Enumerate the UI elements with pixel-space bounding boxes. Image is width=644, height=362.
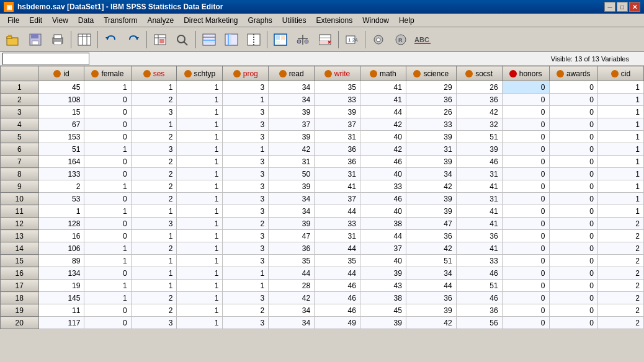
row-number-cell[interactable]: 7 bbox=[1, 156, 39, 168]
cell-female[interactable]: 1 bbox=[84, 242, 131, 255]
cell-read[interactable]: 47 bbox=[269, 230, 315, 242]
window-controls[interactable]: ─ □ ✕ bbox=[604, 2, 640, 12]
cell-write[interactable]: 37 bbox=[315, 118, 360, 131]
cell-math[interactable]: 38 bbox=[360, 218, 406, 230]
cell-female[interactable]: 0 bbox=[84, 267, 131, 280]
table-row[interactable]: 105302133437463931001 bbox=[1, 193, 644, 205]
cell-ses[interactable]: 2 bbox=[131, 94, 177, 106]
cell-math[interactable]: 39 bbox=[360, 267, 406, 280]
cell-female[interactable]: 0 bbox=[84, 106, 131, 118]
cell-schtyp[interactable]: 1 bbox=[177, 193, 223, 205]
cell-awards[interactable]: 0 bbox=[549, 180, 597, 193]
cell-awards[interactable]: 0 bbox=[549, 205, 597, 218]
cell-science[interactable]: 34 bbox=[406, 267, 456, 280]
cell-schtyp[interactable]: 1 bbox=[177, 280, 223, 292]
cell-prog[interactable]: 3 bbox=[223, 242, 269, 255]
select-cases-button[interactable] bbox=[315, 29, 336, 50]
script-button[interactable]: R bbox=[390, 29, 411, 50]
column-header-write[interactable]: write bbox=[315, 66, 360, 81]
cell-awards[interactable]: 0 bbox=[549, 81, 597, 94]
cell-cid[interactable]: 2 bbox=[597, 267, 643, 280]
menu-item-edit[interactable]: Edit bbox=[24, 15, 47, 26]
cell-honors[interactable]: 0 bbox=[502, 304, 549, 317]
cell-science[interactable]: 44 bbox=[406, 280, 456, 292]
cell-prog[interactable]: 3 bbox=[223, 180, 269, 193]
cell-honors[interactable]: 0 bbox=[502, 156, 549, 168]
column-header-schtyp[interactable]: schtyp bbox=[177, 66, 223, 81]
cell-cid[interactable]: 1 bbox=[597, 81, 643, 94]
save-button[interactable] bbox=[25, 29, 46, 50]
cell-ses[interactable]: 2 bbox=[131, 168, 177, 180]
cell-read[interactable]: 42 bbox=[269, 143, 315, 156]
cell-cid[interactable]: 1 bbox=[597, 143, 643, 156]
cell-math[interactable]: 41 bbox=[360, 81, 406, 94]
cell-read[interactable]: 39 bbox=[269, 218, 315, 230]
cell-id[interactable]: 67 bbox=[38, 118, 84, 131]
cell-id[interactable]: 108 bbox=[38, 94, 84, 106]
value-labels-button[interactable]: 1 2 A bbox=[341, 29, 362, 50]
cell-honors[interactable]: 0 bbox=[502, 218, 549, 230]
cell-socst[interactable]: 46 bbox=[456, 156, 502, 168]
cell-cid[interactable]: 2 bbox=[597, 218, 643, 230]
cell-write[interactable]: 36 bbox=[315, 156, 360, 168]
cell-socst[interactable]: 42 bbox=[456, 106, 502, 118]
cell-id[interactable]: 16 bbox=[38, 230, 84, 242]
cell-reference[interactable] bbox=[2, 53, 89, 65]
row-number-cell[interactable]: 11 bbox=[1, 205, 39, 218]
maximize-button[interactable]: □ bbox=[617, 2, 628, 12]
cell-schtyp[interactable]: 1 bbox=[177, 118, 223, 131]
cell-schtyp[interactable]: 1 bbox=[177, 267, 223, 280]
cell-honors[interactable]: 0 bbox=[502, 267, 549, 280]
cell-socst[interactable]: 46 bbox=[456, 267, 502, 280]
cell-cid[interactable]: 1 bbox=[597, 106, 643, 118]
cell-socst[interactable]: 26 bbox=[456, 81, 502, 94]
cell-write[interactable]: 31 bbox=[315, 168, 360, 180]
spelling-button[interactable]: ABC bbox=[413, 29, 434, 50]
cell-honors[interactable]: 0 bbox=[502, 193, 549, 205]
cell-honors[interactable]: 0 bbox=[502, 106, 549, 118]
cell-ses[interactable]: 2 bbox=[131, 304, 177, 317]
cell-read[interactable]: 42 bbox=[269, 292, 315, 304]
cell-honors[interactable]: 0 bbox=[502, 230, 549, 242]
customize-button[interactable] bbox=[368, 29, 389, 50]
cell-id[interactable]: 53 bbox=[38, 193, 84, 205]
column-header-read[interactable]: read bbox=[269, 66, 315, 81]
print-button[interactable] bbox=[47, 29, 68, 50]
cell-prog[interactable]: 3 bbox=[223, 317, 269, 329]
table-row[interactable]: 171911112846434451002 bbox=[1, 280, 644, 292]
column-header-ses[interactable]: ses bbox=[131, 66, 177, 81]
cell-id[interactable]: 106 bbox=[38, 242, 84, 255]
cell-write[interactable]: 49 bbox=[315, 317, 360, 329]
cell-write[interactable]: 44 bbox=[315, 242, 360, 255]
cell-socst[interactable]: 33 bbox=[456, 255, 502, 267]
cell-write[interactable]: 44 bbox=[315, 205, 360, 218]
column-header-socst[interactable]: socst bbox=[456, 66, 502, 81]
cell-female[interactable]: 0 bbox=[84, 304, 131, 317]
cell-ses[interactable]: 3 bbox=[131, 143, 177, 156]
weight-cases-button[interactable] bbox=[292, 29, 313, 50]
cell-prog[interactable]: 3 bbox=[223, 193, 269, 205]
column-header-math[interactable]: math bbox=[360, 66, 406, 81]
cell-id[interactable]: 145 bbox=[38, 292, 84, 304]
cell-write[interactable]: 35 bbox=[315, 81, 360, 94]
column-header-cid[interactable]: cid bbox=[597, 66, 643, 81]
cell-honors[interactable]: 0 bbox=[502, 143, 549, 156]
cell-honors[interactable]: 0 bbox=[502, 205, 549, 218]
cell-ses[interactable]: 3 bbox=[131, 218, 177, 230]
cell-read[interactable]: 34 bbox=[269, 81, 315, 94]
table-row[interactable]: 1613401114444393446002 bbox=[1, 267, 644, 280]
cell-write[interactable]: 44 bbox=[315, 267, 360, 280]
cell-science[interactable]: 31 bbox=[406, 143, 456, 156]
cell-science[interactable]: 39 bbox=[406, 205, 456, 218]
cell-science[interactable]: 51 bbox=[406, 255, 456, 267]
cell-id[interactable]: 133 bbox=[38, 168, 84, 180]
cell-math[interactable]: 37 bbox=[360, 242, 406, 255]
cell-female[interactable]: 1 bbox=[84, 292, 131, 304]
cell-awards[interactable]: 0 bbox=[549, 218, 597, 230]
cell-honors[interactable]: 0 bbox=[502, 317, 549, 329]
table-row[interactable]: 1814512134246383646002 bbox=[1, 292, 644, 304]
cell-math[interactable]: 40 bbox=[360, 255, 406, 267]
row-number-cell[interactable]: 15 bbox=[1, 255, 39, 267]
cell-socst[interactable]: 41 bbox=[456, 180, 502, 193]
cell-math[interactable]: 40 bbox=[360, 168, 406, 180]
